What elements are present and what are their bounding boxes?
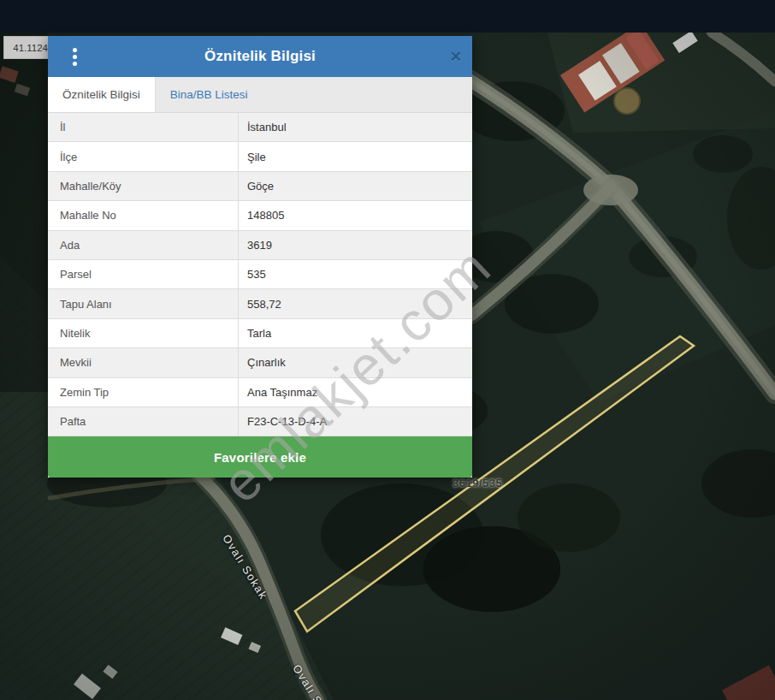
table-row: Mahalle/Köy Göçe — [48, 172, 472, 201]
close-icon[interactable]: ✕ — [450, 36, 462, 77]
row-label: Pafta — [48, 407, 238, 436]
row-label: Parsel — [48, 260, 238, 288]
row-value: İstanbul — [238, 113, 472, 141]
table-row: Tapu Alanı 558,72 — [48, 289, 472, 318]
tab-bina-bb-listesi[interactable]: Bina/BB Listesi — [156, 77, 263, 112]
table-row: Ada 3619 — [48, 231, 472, 260]
row-value: 148805 — [238, 201, 472, 229]
row-label: Mevkii — [48, 348, 238, 377]
kebab-menu-icon[interactable] — [63, 45, 86, 68]
row-label: Nitelik — [48, 319, 238, 347]
table-row: İlçe Şile — [48, 142, 472, 171]
row-value: Şile — [238, 142, 472, 170]
parcel-number-label: 3619/535 — [453, 477, 502, 489]
row-value: 535 — [238, 260, 472, 288]
row-label: Mahalle No — [48, 201, 238, 229]
row-label: Mahalle/Köy — [48, 172, 238, 200]
top-bar — [0, 0, 775, 33]
table-row: Pafta F23-C-13-D-4-A — [48, 407, 472, 436]
table-row: Nitelik Tarla — [48, 319, 472, 348]
row-value: 3619 — [238, 231, 472, 259]
table-row: Zemin Tip Ana Taşınmaz — [48, 378, 472, 407]
table-row: İl İstanbul — [48, 113, 472, 142]
row-label: İl — [48, 113, 238, 141]
row-value: Ana Taşınmaz — [238, 378, 472, 406]
row-label: Tapu Alanı — [48, 289, 238, 317]
attribute-dialog: Öznitelik Bilgisi ✕ Öznitelik Bilgisi Bi… — [48, 36, 472, 478]
row-label: Ada — [48, 231, 238, 259]
row-value: Göçe — [238, 172, 472, 200]
add-to-favorites-button[interactable]: Favorilere ekle — [48, 436, 472, 478]
row-label: İlçe — [48, 142, 238, 170]
attribute-table: İl İstanbul İlçe Şile Mahalle/Köy Göçe M… — [48, 113, 472, 436]
row-value: 558,72 — [238, 289, 472, 317]
dialog-header: Öznitelik Bilgisi ✕ — [48, 36, 472, 77]
row-value: Tarla — [238, 319, 472, 347]
row-value: F23-C-13-D-4-A — [238, 407, 472, 436]
row-label: Zemin Tip — [48, 378, 238, 406]
table-row: Parsel 535 — [48, 260, 472, 289]
table-row: Mahalle No 148805 — [48, 201, 472, 230]
row-value: Çınarlık — [238, 348, 472, 377]
tab-oznitelik-bilgisi[interactable]: Öznitelik Bilgisi — [48, 77, 156, 112]
dialog-tabbar: Öznitelik Bilgisi Bina/BB Listesi — [48, 77, 472, 113]
table-row: Mevkii Çınarlık — [48, 348, 472, 377]
coordinate-readout[interactable]: 41.1124 — [3, 36, 51, 59]
dialog-title: Öznitelik Bilgisi — [204, 48, 316, 65]
